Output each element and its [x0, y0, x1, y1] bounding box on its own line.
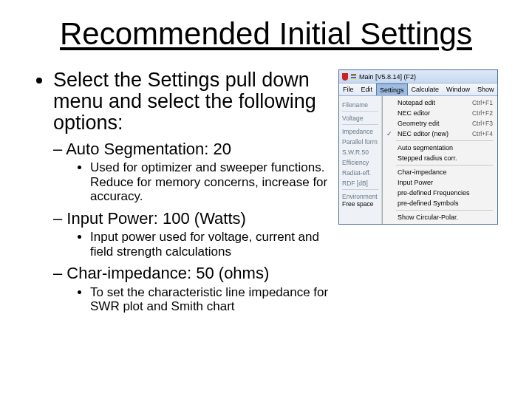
dd-necnew-label: NEC editor (new)	[398, 130, 469, 137]
dd-nec-label: NEC editor	[398, 109, 469, 117]
side-env-val: Free space	[342, 200, 378, 208]
sub-1: Auto Segmentation: 20 Used for optimizer…	[68, 139, 331, 204]
dd-necnew[interactable]: ✓ NEC editor (new) Ctrl+F4	[383, 129, 497, 139]
dd-autoseg-label: Auto segmentation	[398, 144, 493, 151]
side-efficiency-hdr: Efficiency	[342, 159, 378, 166]
text-column: Select the Settings pull down menu and s…	[34, 69, 331, 318]
app-title: Main [V5.8.14] (F2)	[359, 73, 416, 81]
side-swr-hdr: S.W.R.50	[342, 149, 378, 156]
side-impedance-hdr: Impedance	[342, 128, 378, 135]
dd-necnew-shortcut: Ctrl+F4	[472, 130, 493, 137]
sub-3-text: Char-impedance: 50 (ohms)	[66, 264, 269, 282]
slide-title: Recommended Initial Settings	[60, 18, 472, 50]
app-window: Main [V5.8.14] (F2) File Edit Settings C…	[338, 69, 498, 225]
side-voltage-hdr: Voltage	[342, 115, 378, 122]
sub-list: Auto Segmentation: 20 Used for optimizer…	[53, 139, 331, 314]
dd-stepped[interactable]: Stepped radius corr.	[383, 153, 497, 163]
dd-notepad-shortcut: Ctrl+F1	[472, 99, 493, 106]
menu-edit[interactable]: Edit	[358, 83, 377, 95]
shield-icon	[342, 73, 348, 81]
dd-separator	[396, 210, 493, 211]
side-rdf-hdr: RDF [dB]	[342, 180, 378, 187]
slide: Recommended Initial Settings Select the …	[0, 0, 532, 399]
dd-geom-shortcut: Ctrl+F3	[472, 120, 493, 127]
side-panel: Filename Voltage Impedance Parallel form…	[339, 96, 382, 224]
sub-2-text: Input Power: 100 (Watts)	[66, 209, 246, 228]
menu-settings[interactable]: Settings	[376, 83, 408, 95]
check-icon: ✓	[384, 130, 395, 137]
menu-show[interactable]: Show	[474, 83, 498, 95]
sub-1-detail: Used for optimizer and sweeper functions…	[90, 160, 331, 204]
side-radiat-hdr: Radiat-eff.	[342, 169, 378, 177]
dd-notepad[interactable]: Notepad edit Ctrl+F1	[383, 98, 497, 108]
app-body: Filename Voltage Impedance Parallel form…	[339, 96, 497, 224]
dd-circpolar[interactable]: Show Circular-Polar.	[383, 212, 497, 222]
dd-notepad-label: Notepad edit	[398, 99, 469, 106]
sub-2-detail: Input power used for voltage, current an…	[90, 230, 331, 259]
dd-autoseg[interactable]: Auto segmentation	[383, 143, 497, 153]
bullet-1: Select the Settings pull down menu and s…	[53, 69, 331, 314]
sub-3: Char-impedance: 50 (ohms) To set the cha…	[68, 263, 331, 314]
dd-nec[interactable]: NEC editor Ctrl+F2	[383, 108, 497, 118]
sub-2: Input Power: 100 (Watts) Input power use…	[68, 208, 331, 259]
dd-predeffreq[interactable]: pre-defined Frequencies	[383, 188, 497, 198]
dd-predeffreq-label: pre-defined Frequencies	[398, 189, 493, 197]
dd-circpolar-label: Show Circular-Polar.	[398, 214, 493, 221]
dd-inputpw-label: Input Power	[398, 179, 493, 186]
dd-charimp[interactable]: Char-impedance	[383, 167, 497, 177]
dd-stepped-label: Stepped radius corr.	[398, 154, 493, 162]
bullet-1-text: Select the Settings pull down menu and s…	[53, 69, 316, 134]
dd-predefsym-label: pre-defined Symbols	[398, 200, 493, 207]
dd-charimp-label: Char-impedance	[398, 168, 493, 176]
settings-dropdown: Notepad edit Ctrl+F1 NEC editor Ctrl+F2 …	[382, 96, 497, 224]
menu-calculate[interactable]: Calculate	[408, 83, 443, 95]
title-wrap: Recommended Initial Settings	[34, 18, 498, 50]
bullet-list: Select the Settings pull down menu and s…	[34, 69, 331, 314]
menubar: File Edit Settings Calculate Window Show	[339, 83, 497, 96]
sub-3-detail: To set the characteristic line impedance…	[90, 285, 331, 314]
dd-geom[interactable]: Geometry edit Ctrl+F3	[383, 118, 497, 129]
titlebar: Main [V5.8.14] (F2)	[339, 70, 497, 83]
screenshot-column: Main [V5.8.14] (F2) File Edit Settings C…	[331, 69, 498, 225]
menu-window[interactable]: Window	[443, 83, 474, 95]
dd-separator	[396, 165, 493, 166]
dd-nec-shortcut: Ctrl+F2	[472, 109, 493, 117]
dd-predefsym[interactable]: pre-defined Symbols	[383, 198, 497, 208]
menu-file[interactable]: File	[339, 83, 358, 95]
side-parallel-hdr: Parallel form	[342, 138, 378, 146]
body-columns: Select the Settings pull down menu and s…	[34, 69, 498, 318]
dd-separator	[396, 140, 493, 141]
side-filename-hdr: Filename	[342, 101, 378, 109]
sub-1-text: Auto Segmentation: 20	[66, 140, 231, 158]
side-env-hdr: Environment	[342, 193, 378, 200]
dd-geom-label: Geometry edit	[398, 120, 469, 127]
flag-icon	[351, 74, 356, 80]
dd-inputpw[interactable]: Input Power	[383, 177, 497, 188]
